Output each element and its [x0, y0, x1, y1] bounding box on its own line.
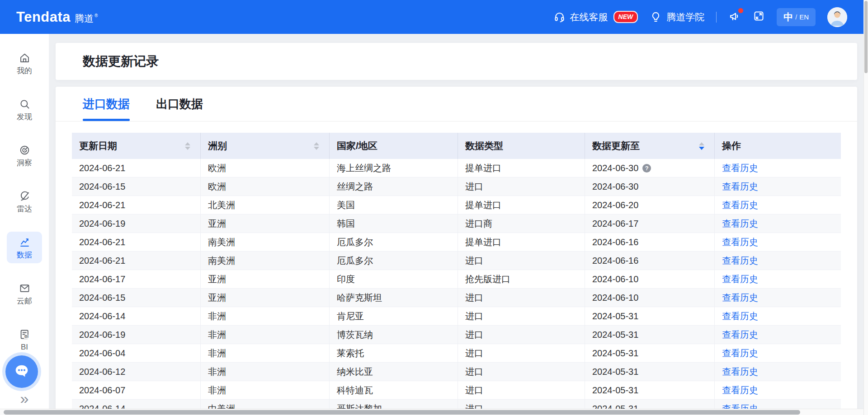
table-row: 2024-06-21 南美洲 厄瓜多尔 进口 2024-06-16 查看历史: [72, 252, 841, 270]
tab-bar: 进口数据 出口数据: [56, 87, 857, 121]
tab[interactable]: 出口数据: [156, 87, 203, 121]
view-history-link[interactable]: 查看历史: [722, 366, 758, 378]
cell-country: 肯尼亚: [330, 307, 458, 326]
lang-separator: /: [795, 14, 797, 21]
tab[interactable]: 进口数据: [83, 87, 130, 121]
cell-country: 美国: [330, 196, 458, 214]
cell-country: 海上丝绸之路: [330, 159, 458, 177]
table-row: 2024-06-07 非洲 科特迪瓦 进口 2024-05-31 查看历史: [72, 381, 841, 400]
cell-data-type: 进口: [458, 307, 585, 326]
updated-to-value: 2024-05-31: [592, 385, 638, 396]
sort-carets[interactable]: [694, 142, 704, 150]
mail-icon: [19, 282, 31, 294]
view-history-link[interactable]: 查看历史: [722, 162, 758, 174]
cell-action: 查看历史: [715, 363, 841, 381]
sidebar-expand-chevrons[interactable]: »: [0, 391, 49, 406]
sidebar-item-label: 云邮: [17, 297, 32, 305]
sidebar-item-label: 雷达: [17, 205, 32, 213]
sidebar-item-my[interactable]: 我的: [7, 47, 42, 79]
view-history-link[interactable]: 查看历史: [722, 292, 758, 304]
view-history-link[interactable]: 查看历史: [722, 181, 758, 193]
sidebar-item-insight[interactable]: 洞察: [7, 140, 42, 171]
topbar-actions: 在线客服 NEW 腾道学院: [553, 7, 847, 27]
sidebar-item-radar[interactable]: 雷达: [7, 186, 42, 217]
fullscreen-button[interactable]: [753, 10, 765, 24]
sidebar-item-label: 我的: [17, 67, 32, 75]
column-header-label: 数据更新至: [592, 140, 640, 152]
table-column-header: 国家/地区: [330, 133, 458, 159]
headset-icon: [553, 11, 566, 23]
sort-carets[interactable]: [309, 142, 319, 150]
cell-country: 莱索托: [330, 344, 458, 363]
sidebar-item-data[interactable]: 数据: [7, 232, 42, 263]
chat-support-fab[interactable]: [5, 355, 38, 388]
view-history-link[interactable]: 查看历史: [722, 310, 758, 322]
cell-country: 科特迪瓦: [330, 381, 458, 400]
sidebar-item-cloudmail[interactable]: 云邮: [7, 278, 42, 309]
cell-update-date: 2024-06-21: [72, 233, 201, 252]
column-header-label: 数据类型: [465, 140, 503, 152]
column-header-label: 国家/地区: [337, 140, 377, 152]
radar-icon: [19, 190, 31, 202]
cell-continent: 非洲: [201, 381, 330, 400]
announcements-button[interactable]: [728, 10, 741, 24]
updated-to-value: 2024-05-31: [592, 311, 638, 322]
sort-desc-caret-icon: [314, 147, 319, 150]
view-history-link[interactable]: 查看历史: [722, 218, 758, 230]
data-update-table: 更新日期 洲别: [56, 121, 857, 415]
view-history-link[interactable]: 查看历史: [722, 384, 758, 396]
table-row: 2024-06-17 亚洲 印度 抢先版进口 2024-06-10 查看历史: [72, 270, 841, 289]
cell-data-type: 进口: [458, 363, 585, 381]
view-history-link[interactable]: 查看历史: [722, 273, 758, 285]
horizontal-scrollbar-thumb[interactable]: [4, 410, 800, 415]
view-history-link[interactable]: 查看历史: [722, 329, 758, 341]
table-row: 2024-06-19 亚洲 韩国 进口商 2024-06-17 查看历史: [72, 214, 841, 233]
sort-asc-caret-icon: [314, 142, 319, 145]
table-body: 2024-06-21 欧洲 海上丝绸之路 提单进口 2024-06-30 ? 查…: [72, 159, 841, 415]
horizontal-scrollbar[interactable]: [0, 409, 863, 415]
cell-updated-to: 2024-06-10: [585, 270, 715, 289]
table-row: 2024-06-21 南美洲 厄瓜多尔 提单进口 2024-06-16 查看历史: [72, 233, 841, 252]
column-header-label: 操作: [722, 140, 741, 152]
view-history-link[interactable]: 查看历史: [722, 255, 758, 267]
cell-continent: 非洲: [201, 307, 330, 326]
table-header-row: 更新日期 洲别: [72, 133, 841, 159]
help-question-icon[interactable]: ?: [642, 164, 651, 173]
cell-data-type: 进口: [458, 289, 585, 307]
cell-continent: 南美洲: [201, 252, 330, 270]
cell-update-date: 2024-06-19: [72, 326, 201, 344]
sidebar-item-discover[interactable]: 发现: [7, 93, 42, 125]
view-history-link[interactable]: 查看历史: [722, 199, 758, 211]
sidebar-item-label: BI: [21, 343, 28, 351]
content-card: 进口数据 出口数据 更新日期: [56, 87, 857, 415]
sidebar-nav: 我的 发现 洞察: [0, 34, 49, 355]
view-history-link[interactable]: 查看历史: [722, 347, 758, 359]
cell-continent: 亚洲: [201, 214, 330, 233]
sort-desc-caret-icon: [699, 147, 704, 150]
registered-mark: ®: [94, 13, 98, 18]
notification-dot: [738, 8, 743, 13]
cell-country: 厄瓜多尔: [330, 252, 458, 270]
user-avatar[interactable]: [827, 7, 847, 27]
cell-continent: 非洲: [201, 344, 330, 363]
cell-updated-to: 2024-06-17: [585, 214, 715, 233]
cell-update-date: 2024-06-07: [72, 381, 201, 400]
language-toggle[interactable]: 中 / EN: [777, 8, 816, 26]
sort-desc-caret-icon: [185, 147, 190, 150]
cell-update-date: 2024-06-21: [72, 159, 201, 177]
online-customer-service-button[interactable]: 在线客服 NEW: [553, 11, 638, 23]
vertical-scrollbar-thumb[interactable]: [864, 1, 868, 73]
cell-update-date: 2024-06-21: [72, 252, 201, 270]
tendata-academy-button[interactable]: 腾道学院: [650, 11, 704, 23]
cell-continent: 北美洲: [201, 196, 330, 214]
vertical-scrollbar[interactable]: [863, 0, 868, 415]
cell-data-type: 提单进口: [458, 233, 585, 252]
cell-data-type: 进口商: [458, 214, 585, 233]
cell-action: 查看历史: [715, 307, 841, 326]
sort-carets[interactable]: [180, 142, 190, 150]
cell-country: 哈萨克斯坦: [330, 289, 458, 307]
cell-update-date: 2024-06-17: [72, 270, 201, 289]
sidebar-item-bi[interactable]: BI BI: [7, 324, 42, 355]
topbar-divider: [716, 12, 717, 23]
view-history-link[interactable]: 查看历史: [722, 236, 758, 248]
